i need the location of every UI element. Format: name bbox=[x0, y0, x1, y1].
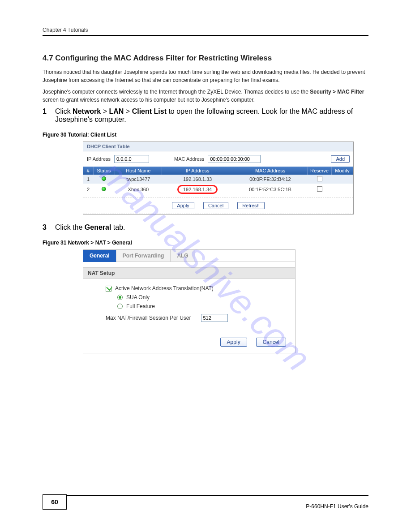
top-rule bbox=[43, 35, 368, 36]
radio-full-feature[interactable] bbox=[117, 304, 123, 309]
session-label: Max NAT/Firewall Session Per User bbox=[106, 315, 191, 321]
cell-host: twpc13477 bbox=[115, 175, 162, 184]
step-3: 3 Click the General tab. bbox=[43, 223, 368, 232]
step-text: Click Network > LAN > Client List to ope… bbox=[55, 107, 368, 124]
step-number: 3 bbox=[43, 223, 51, 232]
apply-button[interactable]: Apply bbox=[172, 202, 194, 209]
reserve-checkbox[interactable] bbox=[317, 176, 322, 181]
step2-tab: General bbox=[85, 223, 111, 231]
circled-ip: 192.168.1.34 bbox=[177, 185, 218, 194]
nat-active-label: Active Network Address Translation(NAT) bbox=[115, 285, 214, 292]
step1-menu1: Network bbox=[73, 107, 101, 115]
footer: 60 P-660HN-F1 User's Guide bbox=[43, 494, 368, 510]
tab-port-forwarding[interactable]: Port Forwarding bbox=[116, 250, 171, 262]
status-icon bbox=[102, 176, 106, 181]
cell-status bbox=[93, 175, 115, 184]
ip-address-label: IP Address bbox=[87, 156, 111, 162]
table-row: 2 Xbox 360 192.168.1.34 00:1E:52:C3:5C:1… bbox=[83, 184, 353, 195]
step1-menu2: LAN bbox=[109, 107, 124, 115]
cell-ip: 192.168.1.33 bbox=[162, 175, 233, 184]
step2-suffix: tab. bbox=[113, 223, 125, 231]
figure2-caption: Figure 31 Network > NAT > General bbox=[43, 240, 368, 246]
cell-modify bbox=[332, 175, 353, 184]
cell-reserve bbox=[308, 175, 332, 184]
cell-mac: 00:1E:52:C3:5C:1B bbox=[233, 184, 308, 195]
session-input[interactable] bbox=[201, 314, 228, 322]
nat-cancel-button[interactable]: Cancel bbox=[256, 338, 286, 347]
nat-section-title: NAT Setup bbox=[83, 267, 295, 279]
manual-title: P-660HN-F1 User's Guide bbox=[43, 503, 368, 510]
nat-active-checkbox[interactable] bbox=[106, 286, 111, 292]
intro-paragraph-1: Thomas noticed that his daughter Josephi… bbox=[43, 68, 368, 84]
step1-menu3: Client List bbox=[132, 107, 167, 115]
cell-reserve bbox=[308, 184, 332, 195]
cancel-button[interactable]: Cancel bbox=[203, 202, 228, 209]
tabs-filler bbox=[195, 250, 295, 262]
cell-index: 2 bbox=[83, 184, 93, 195]
step1-gt1: > bbox=[103, 107, 109, 115]
cell-status bbox=[93, 184, 115, 195]
section-title: 4.7 Configuring the MAC Address Filter f… bbox=[43, 54, 368, 63]
page-number: 60 bbox=[43, 494, 67, 510]
step-number: 1 bbox=[43, 107, 51, 124]
col-index: # bbox=[83, 167, 93, 175]
step-1: 1 Click Network > LAN > Client List to o… bbox=[43, 107, 368, 124]
cell-index: 1 bbox=[83, 175, 93, 184]
radio-sua-label: SUA Only bbox=[126, 294, 150, 300]
cell-mac: 00:0F:FE:32:B4:12 bbox=[233, 175, 308, 184]
ip-address-input[interactable] bbox=[114, 155, 149, 163]
col-hostname: Host Name bbox=[115, 167, 162, 175]
reserve-checkbox[interactable] bbox=[317, 186, 322, 192]
step-text: Click the General tab. bbox=[55, 223, 125, 232]
tab-general[interactable]: General bbox=[83, 250, 116, 262]
dhcp-title: DHCP Client Table bbox=[83, 142, 353, 151]
nat-panel: General Port Forwarding ALG NAT Setup Ac… bbox=[83, 249, 295, 353]
step2-prefix: Click the bbox=[55, 223, 85, 231]
chapter-label: Chapter 4 Tutorials bbox=[43, 27, 88, 33]
radio-sua-only[interactable] bbox=[117, 295, 123, 300]
radio-full-label: Full Feature bbox=[126, 303, 155, 309]
step1-gt2: > bbox=[126, 107, 132, 115]
intro2-prefix: Josephine's computer connects wirelessly… bbox=[43, 89, 310, 95]
nat-apply-button[interactable]: Apply bbox=[220, 338, 247, 347]
tab-alg[interactable]: ALG bbox=[171, 250, 195, 262]
col-modify: Modify bbox=[332, 167, 353, 175]
table-row: 1 twpc13477 192.168.1.33 00:0F:FE:32:B4:… bbox=[83, 175, 353, 184]
cell-host: Xbox 360 bbox=[115, 184, 162, 195]
dhcp-client-table-panel: DHCP Client Table IP Address MAC Address… bbox=[83, 142, 354, 215]
col-reserve: Reserve bbox=[308, 167, 332, 175]
status-icon bbox=[102, 187, 106, 191]
refresh-button[interactable]: Refresh bbox=[237, 202, 265, 209]
mac-address-input[interactable] bbox=[208, 155, 261, 163]
figure1-caption: Figure 30 Tutorial: Client List bbox=[43, 132, 368, 138]
mac-address-label: MAC Address bbox=[174, 156, 204, 162]
col-mac: MAC Address bbox=[233, 167, 308, 175]
col-ip: IP Address bbox=[162, 167, 233, 175]
nat-tabs: General Port Forwarding ALG bbox=[83, 250, 295, 262]
cell-modify bbox=[332, 184, 353, 195]
intro-paragraph-2: Josephine's computer connects wirelessly… bbox=[43, 88, 368, 104]
add-button[interactable]: Add bbox=[331, 155, 350, 163]
cell-ip: 192.168.1.34 bbox=[162, 184, 233, 195]
dhcp-table: # Status Host Name IP Address MAC Addres… bbox=[83, 167, 353, 195]
col-status: Status bbox=[93, 167, 115, 175]
intro2-suffix: screen to grant wireless network access … bbox=[43, 97, 255, 103]
intro2-menu: Security > MAC Filter bbox=[310, 89, 364, 95]
step1-prefix: Click bbox=[55, 107, 73, 115]
